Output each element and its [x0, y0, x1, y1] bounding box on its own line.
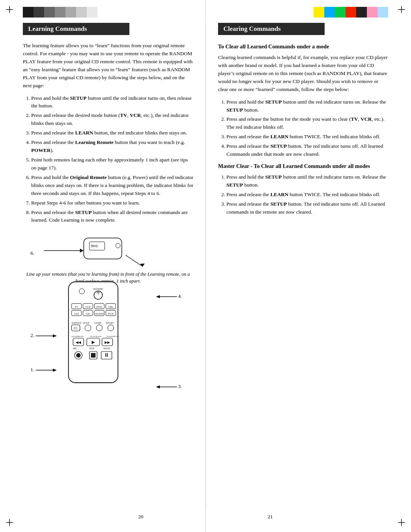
- right-column: Clearing Commands To Clear all Learned C…: [206, 23, 388, 509]
- svg-text:VCR: VCR: [85, 305, 91, 308]
- clearing-steps-list: Press and hold the SETUP button until th…: [218, 98, 388, 158]
- svg-rect-16: [68, 282, 118, 383]
- step-5: Point both remotes facing each other by …: [31, 156, 193, 172]
- page-num-20: 20: [138, 514, 143, 520]
- svg-marker-65: [53, 334, 57, 337]
- step-6: Press and hold the Original Remote butto…: [31, 174, 193, 198]
- step-4: Press and release the Learning Remote bu…: [31, 139, 193, 155]
- crosshair-top-right: [397, 5, 406, 14]
- subheading-clear-mode: To Clear all Learned Commands under a mo…: [218, 43, 388, 50]
- step-7: Repeat Steps 4-6 for other buttons you w…: [31, 199, 193, 207]
- page-num-21: 21: [268, 514, 273, 520]
- svg-text:LEARN: LEARN: [94, 322, 101, 324]
- clear-step-1: Press and hold the SETUP button until th…: [226, 98, 388, 114]
- svg-point-10: [116, 243, 120, 248]
- step-3: Press and release the LEARN button, the …: [31, 129, 193, 137]
- page-numbers: 20 21: [0, 514, 411, 520]
- svg-marker-71: [156, 385, 160, 388]
- svg-text:SUBTITLE: SUBTITLE: [72, 322, 82, 324]
- master-step-1: Press and hold the SETUP button until th…: [226, 173, 388, 189]
- svg-text:CC: CC: [74, 327, 78, 330]
- svg-text:SAT: SAT: [74, 312, 79, 315]
- svg-text:PAUSE: PAUSE: [104, 347, 110, 350]
- master-step-2: Press and release the LEARN button TWICE…: [226, 191, 388, 199]
- master-step-3: Press and release the SETUP button. The …: [226, 200, 388, 216]
- clear-step-4: Press and release the SETUP button. The …: [226, 142, 388, 158]
- step-1: Press and hold the SETUP button until th…: [31, 94, 193, 110]
- svg-text:POWER: POWER: [94, 288, 103, 291]
- label-1: 1.: [30, 367, 57, 373]
- svg-text:SCAN/DELAY-: SCAN/DELAY-: [72, 335, 84, 337]
- illustration-area: 6. RWD: [23, 230, 193, 394]
- color-bar-left: [23, 7, 97, 18]
- svg-text:DVD: DVD: [96, 305, 102, 308]
- learning-commands-header: Learning Commands: [23, 23, 129, 35]
- svg-text:TV: TV: [75, 305, 78, 308]
- color-bar-right: [314, 7, 388, 18]
- label-6: 6.: [30, 250, 34, 256]
- label-3: 3.: [156, 383, 182, 390]
- left-body-text: The learning feature allows you to “lear…: [23, 42, 193, 90]
- svg-text:CBL: CBL: [108, 305, 113, 308]
- subheading-master-clear: Master Clear - To Clear all Learned Comm…: [218, 163, 388, 169]
- crosshair-top-left: [5, 5, 14, 14]
- svg-text:AUDIO: AUDIO: [95, 312, 104, 315]
- svg-text:◀◀: ◀◀: [76, 340, 81, 344]
- remote-large-illustration: POWER TV VCR DVD CBL: [57, 280, 133, 388]
- clear-step-3: Press and release the LEARN button TWICE…: [226, 133, 388, 141]
- clearing-commands-header: Clearing Commands: [218, 23, 325, 35]
- svg-rect-61: [91, 353, 96, 358]
- svg-text:RWD: RWD: [91, 244, 98, 248]
- svg-marker-67: [53, 369, 57, 372]
- label-2: 2.: [30, 332, 57, 339]
- center-divider: [206, 0, 206, 532]
- svg-text:CD: CD: [86, 312, 90, 315]
- master-clear-steps-list: Press and hold the SETUP button until th…: [218, 173, 388, 216]
- svg-line-12: [126, 255, 143, 267]
- remote-small-illustration: RWD: [76, 230, 152, 270]
- svg-text:SCAN/DELAY+: SCAN/DELAY+: [107, 335, 119, 337]
- svg-text:STOP: STOP: [89, 347, 94, 350]
- step-8: Press and release the SETUP button when …: [31, 209, 193, 225]
- label-4: 4.: [156, 293, 182, 299]
- right-body-text-1: Clearing learned commands is helpful if,…: [218, 54, 388, 94]
- learning-steps-list: Press and hold the SETUP button until th…: [23, 94, 193, 225]
- svg-text:⏸: ⏸: [104, 352, 109, 358]
- arrow-6: [34, 245, 84, 256]
- svg-marker-69: [156, 295, 160, 298]
- svg-text:▶▶: ▶▶: [105, 340, 110, 344]
- svg-text:PLAY/SLOW: PLAY/SLOW: [91, 335, 101, 337]
- svg-text:MACRO: MACRO: [106, 322, 113, 324]
- svg-text:DVR: DVR: [108, 312, 114, 315]
- svg-point-59: [76, 353, 81, 358]
- svg-text:REC: REC: [73, 347, 77, 350]
- svg-text:▶: ▶: [92, 340, 95, 344]
- left-column: Learning Commands The learning feature a…: [23, 23, 206, 509]
- step-2: Press and release the desired mode butto…: [31, 112, 193, 128]
- svg-text:SETUP: SETUP: [83, 322, 89, 324]
- svg-marker-15: [80, 249, 84, 252]
- clear-step-2: Press and release the button for the mod…: [226, 115, 388, 131]
